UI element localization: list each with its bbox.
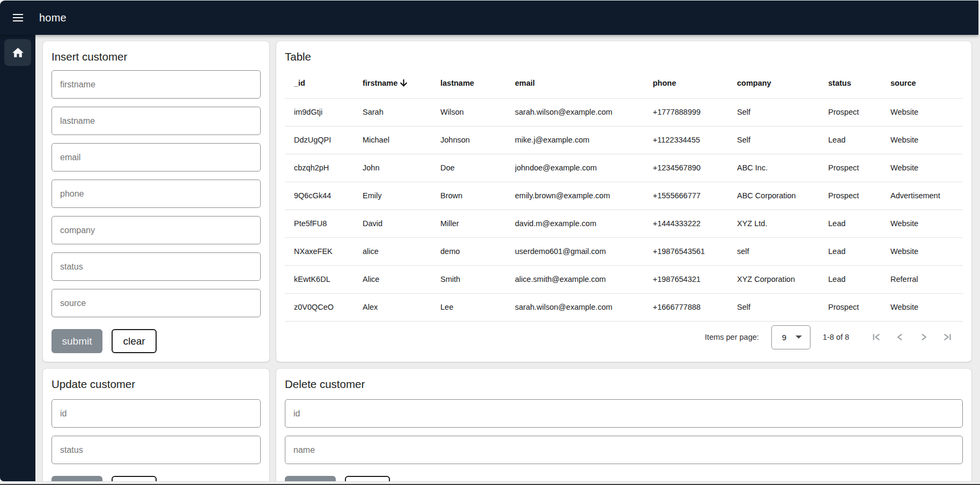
- update-submit-button[interactable]: submit: [51, 476, 102, 481]
- update-id-input[interactable]: [51, 399, 261, 428]
- table-row[interactable]: NXaxeFEKalicedemouserdemo601@gmail.com+1…: [285, 238, 963, 266]
- sidebar-home-button[interactable]: [4, 39, 31, 66]
- table-cell: Website: [890, 219, 963, 228]
- update-status-input[interactable]: [51, 436, 261, 464]
- page-size-select[interactable]: 9: [771, 325, 810, 349]
- table-cell: Smith: [440, 275, 515, 283]
- first-page-button[interactable]: [870, 330, 883, 344]
- update-customer-title: Update customer: [51, 377, 261, 391]
- table-cell: +1555666777: [653, 191, 737, 200]
- paginator-range-label: 1-8 of 8: [823, 333, 849, 341]
- table-cell: +1234567890: [653, 163, 737, 172]
- table-cell: Prospect: [828, 108, 890, 116]
- column-header-status[interactable]: status: [828, 79, 890, 87]
- table-cell: Miller: [440, 219, 515, 228]
- page-title: home: [39, 12, 67, 24]
- table-cell: +1777888999: [653, 108, 737, 116]
- delete-name-input[interactable]: [285, 436, 963, 464]
- lastname-input[interactable]: [51, 107, 261, 135]
- status-input[interactable]: [51, 252, 261, 281]
- table-row[interactable]: kEwtK6DLAliceSmithalice.smith@example.co…: [285, 266, 963, 294]
- table-cell: Referral: [890, 275, 963, 283]
- table-cell: mike.j@example.com: [515, 136, 653, 144]
- items-per-page-label: Items per page:: [705, 333, 759, 341]
- table-row[interactable]: Pte5fFU8DavidMillerdavid.m@example.com+1…: [285, 210, 963, 238]
- customers-table: _id firstname lastname email phone compa…: [285, 68, 963, 322]
- table-cell: +1987654321: [653, 275, 737, 283]
- phone-input[interactable]: [51, 180, 261, 208]
- column-header-phone[interactable]: phone: [653, 79, 737, 87]
- next-page-button[interactable]: [917, 330, 931, 344]
- table-cell: XYZ Ltd.: [737, 219, 828, 228]
- table-cell: Johnson: [440, 136, 515, 144]
- table-cell: johndoe@example.com: [515, 163, 653, 172]
- column-header-source[interactable]: source: [890, 79, 963, 87]
- table-cell: Lead: [828, 275, 890, 283]
- main-content: Insert customer submit clear Table _id f…: [35, 35, 978, 481]
- table-cell: userdemo601@gmail.com: [515, 247, 653, 256]
- table-title: Table: [285, 50, 963, 64]
- table-cell: emily.brown@example.com: [515, 191, 653, 200]
- table-paginator: Items per page: 9 1-8 of 8: [285, 322, 963, 354]
- company-input[interactable]: [51, 216, 261, 244]
- table-cell: Alice: [363, 275, 440, 283]
- delete-id-input[interactable]: [285, 399, 963, 428]
- table-cell: 9Q6cGk44: [285, 191, 363, 200]
- table-row[interactable]: z0V0QCeOAlexLeesarah.wilson@example.com+…: [285, 294, 963, 322]
- table-cell: Pte5fFU8: [285, 219, 363, 228]
- update-customer-card: Update customer submit clear: [43, 369, 269, 481]
- table-row[interactable]: 9Q6cGk44EmilyBrownemily.brown@example.co…: [285, 182, 963, 210]
- table-cell: sarah.wilson@example.com: [515, 108, 653, 116]
- column-header-company[interactable]: company: [737, 79, 828, 87]
- delete-customer-card: Delete customer submit clear: [276, 369, 971, 481]
- table-cell: ABC Corporation: [737, 191, 828, 200]
- table-cell: Prospect: [828, 191, 890, 200]
- insert-submit-button[interactable]: submit: [51, 329, 102, 353]
- delete-clear-button[interactable]: clear: [345, 476, 390, 481]
- table-cell: Lead: [828, 247, 890, 256]
- table-row[interactable]: DdzUgQPIMichaelJohnsonmike.j@example.com…: [285, 126, 963, 154]
- column-header-firstname[interactable]: firstname: [363, 78, 440, 88]
- table-cell: Doe: [440, 163, 515, 172]
- previous-page-button[interactable]: [893, 330, 907, 344]
- table-cell: Website: [890, 108, 963, 116]
- chevron-left-icon: [893, 330, 907, 344]
- table-card: Table _id firstname lastname email phone…: [276, 41, 971, 362]
- table-row[interactable]: cbzqh2pHJohnDoejohndoe@example.com+12345…: [285, 154, 963, 182]
- table-cell: Emily: [363, 191, 440, 200]
- last-page-icon: [940, 330, 954, 344]
- page-size-value: 9: [782, 333, 786, 342]
- table-header-row: _id firstname lastname email phone compa…: [285, 68, 963, 99]
- table-cell: sarah.wilson@example.com: [515, 303, 653, 311]
- table-cell: demo: [440, 247, 515, 256]
- insert-clear-button[interactable]: clear: [112, 329, 157, 353]
- table-cell: +1444333222: [653, 219, 737, 228]
- menu-button[interactable]: [5, 5, 31, 31]
- table-row[interactable]: im9dGtjiSarahWilsonsarah.wilson@example.…: [285, 99, 963, 126]
- table-cell: Self: [737, 303, 828, 311]
- email-input[interactable]: [51, 143, 261, 171]
- table-cell: Alex: [363, 303, 440, 311]
- update-buttons-row: submit clear: [51, 476, 261, 481]
- table-cell: Prospect: [828, 303, 890, 311]
- table-cell: Website: [890, 303, 963, 311]
- table-cell: alice.smith@example.com: [515, 275, 653, 283]
- column-header-id[interactable]: _id: [285, 79, 363, 87]
- table-cell: im9dGtji: [285, 108, 363, 116]
- top-toolbar: home: [0, 1, 978, 35]
- source-input[interactable]: [51, 289, 261, 317]
- table-cell: NXaxeFEK: [285, 247, 363, 256]
- table-cell: kEwtK6DL: [285, 275, 363, 283]
- caret-down-icon: [795, 335, 802, 339]
- column-header-email[interactable]: email: [515, 79, 653, 87]
- column-header-lastname[interactable]: lastname: [440, 79, 515, 87]
- firstname-input[interactable]: [51, 70, 261, 99]
- delete-submit-button[interactable]: submit: [285, 476, 336, 481]
- table-cell: John: [363, 163, 440, 172]
- table-cell: alice: [363, 247, 440, 256]
- update-clear-button[interactable]: clear: [112, 476, 157, 481]
- last-page-button[interactable]: [940, 330, 954, 344]
- chevron-right-icon: [917, 330, 931, 344]
- table-cell: Website: [890, 136, 963, 144]
- menu-icon: [13, 14, 23, 21]
